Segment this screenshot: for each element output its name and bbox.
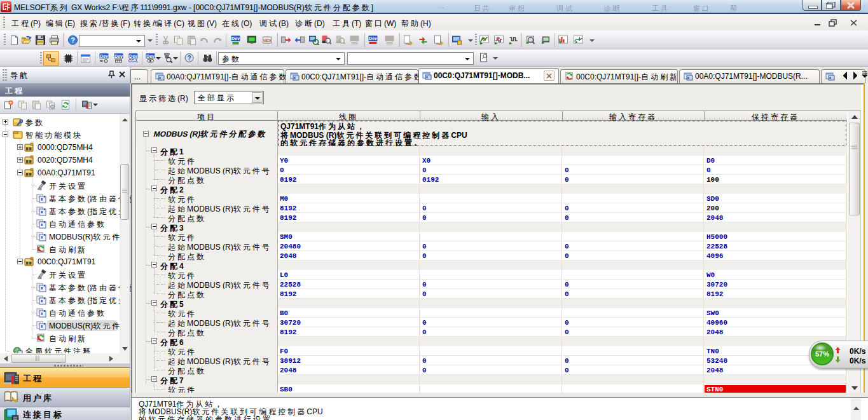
svg-text:Dev: Dev [100,54,108,58]
svg-text:Dev: Dev [129,54,137,58]
svg-text:Dev: Dev [114,54,123,58]
svg-text:Dev: Dev [146,54,155,58]
svg-text:?: ? [71,36,75,44]
svg-text:Dev: Dev [231,36,240,41]
svg-text:CC-L: CC-L [128,58,139,63]
svg-text:HEX: HEX [263,39,271,43]
svg-text:Dev: Dev [369,36,377,41]
svg-text:?: ? [187,55,191,62]
